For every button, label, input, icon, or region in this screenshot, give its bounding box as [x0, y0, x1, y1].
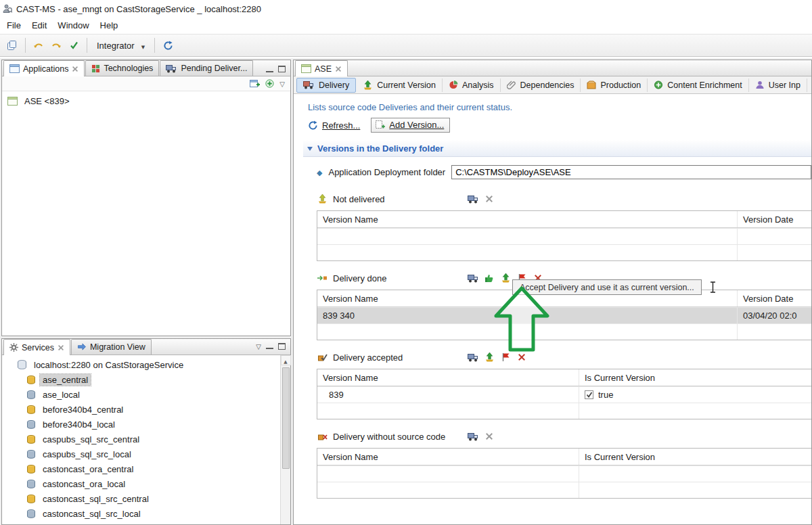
deliver-version-button[interactable]	[467, 352, 479, 363]
tab-ase-editor[interactable]: ASE	[295, 60, 348, 76]
undo-button[interactable]	[30, 37, 47, 54]
delete-version-button[interactable]	[483, 431, 495, 442]
library-icon	[7, 41, 18, 50]
delete-x-icon	[486, 196, 493, 202]
applications-panel: Applications Technologies Pending Delive…	[1, 60, 291, 336]
delete-version-button[interactable]	[516, 352, 528, 363]
menu-file[interactable]: File	[1, 18, 26, 32]
refresh-link[interactable]: Refresh...	[308, 120, 360, 131]
perspective-combo[interactable]: Integrator	[91, 39, 150, 53]
tree-item-label: caspubs_sql_src_central	[40, 434, 142, 445]
deliver-version-button[interactable]	[467, 431, 479, 442]
tree-item-label: localhost:2280 on CastStorageService	[31, 359, 186, 371]
service-item-castoncast-ora-local[interactable]: castoncast_ora_local	[2, 476, 280, 491]
tree-root-localhost[interactable]: localhost:2280 on CastStorageService	[2, 357, 280, 372]
delivery-actions: Refresh... Add Version...	[308, 118, 811, 133]
new-application-button[interactable]	[250, 79, 260, 88]
dependencies-icon	[507, 81, 516, 89]
add-version-button[interactable]: Add Version...	[371, 118, 450, 133]
subtab-dependencies[interactable]: Dependencies	[501, 78, 581, 92]
panel-window-buttons	[266, 66, 290, 76]
service-item-castoncast-sql-central[interactable]: castoncast_sql_src_central	[2, 491, 280, 506]
tree-item-label: castoncast_ora_local	[40, 478, 128, 490]
delivery-accepted-table: Version Name Is Current Version 839 true	[317, 369, 811, 419]
service-item-ase-local[interactable]: ase_local	[2, 387, 280, 402]
subtab-current-version[interactable]: Current Version	[357, 78, 443, 92]
view-menu-icon[interactable]	[256, 341, 261, 351]
redo-button[interactable]	[47, 37, 65, 54]
close-icon[interactable]	[72, 66, 78, 72]
deliver-version-button[interactable]	[467, 273, 479, 284]
library-button[interactable]	[3, 37, 21, 54]
database-local-icon	[26, 480, 36, 488]
scrollbar-thumb[interactable]	[282, 367, 290, 469]
scroll-up-button[interactable]	[281, 355, 291, 365]
group-title: Not delivered	[333, 194, 467, 204]
main-toolbar: Integrator	[0, 34, 812, 57]
subtab-content-enrichment[interactable]: Content Enrichment	[648, 78, 748, 92]
menu-window[interactable]: Window	[52, 18, 94, 32]
tab-services[interactable]: Services	[3, 339, 70, 355]
table-row-839-340[interactable]: 839 340 03/04/20 02:0	[317, 307, 811, 323]
delete-x-icon	[518, 354, 525, 361]
applications-tabbar: Applications Technologies Pending Delive…	[2, 60, 290, 76]
application-icon	[7, 97, 18, 106]
minimize-icon[interactable]	[266, 66, 273, 72]
tree-item-ase[interactable]: ASE <839>	[2, 93, 290, 108]
validate-delivery-button[interactable]	[483, 273, 495, 284]
column-header-is-current[interactable]: Is Current Version	[579, 449, 811, 465]
delivery-without-source-table: Version Name Is Current Version	[317, 448, 811, 499]
tab-technologies[interactable]: Technologies	[85, 60, 159, 76]
close-icon[interactable]	[336, 66, 341, 72]
applications-tree: ASE <839>	[2, 91, 290, 336]
column-header-version-date[interactable]: Version Date	[738, 290, 811, 306]
subtab-user-input[interactable]: User Inp	[749, 78, 807, 92]
confirm-button[interactable]	[65, 37, 83, 54]
menu-edit[interactable]: Edit	[26, 18, 52, 32]
column-header-is-current[interactable]: Is Current Version	[579, 369, 811, 386]
section-versions-header[interactable]: Versions in the Delivery folder	[303, 141, 811, 157]
accept-delivery-button[interactable]	[499, 273, 512, 284]
delete-version-button[interactable]	[483, 193, 495, 205]
column-header-version-name[interactable]: Version Name	[317, 449, 579, 465]
add-button[interactable]	[265, 79, 274, 88]
database-central-icon	[26, 495, 36, 503]
tab-applications[interactable]: Applications	[3, 60, 85, 76]
reject-delivery-button[interactable]	[499, 352, 512, 363]
refresh-button[interactable]	[159, 37, 177, 54]
subtab-production[interactable]: Production	[581, 78, 648, 92]
service-item-before340b4-local[interactable]: before340b4_local	[2, 417, 280, 432]
deployment-folder-input[interactable]	[451, 165, 811, 179]
table-row-839[interactable]: 839 true	[317, 386, 811, 403]
service-item-castoncast-ora-central[interactable]: castoncast_ora_central	[2, 461, 280, 476]
deliver-version-button[interactable]	[467, 193, 479, 205]
service-item-before340b4-central[interactable]: before340b4_central	[2, 402, 280, 417]
cell-is-current-value: true	[598, 390, 613, 400]
minimize-icon[interactable]	[266, 343, 273, 349]
group-toolbar	[467, 352, 528, 363]
subtab-delivery[interactable]: Delivery	[296, 78, 356, 93]
column-header-version-date[interactable]: Version Date	[738, 211, 811, 227]
column-header-version-name[interactable]: Version Name	[317, 369, 579, 386]
maximize-icon[interactable]	[278, 343, 286, 350]
tooltip-text: Accept Delivery and use it as current ve…	[520, 283, 694, 292]
table-header-row: Version Name Is Current Version	[317, 369, 811, 386]
vertical-scrollbar[interactable]	[280, 355, 290, 524]
checkbox-checked[interactable]	[585, 390, 593, 399]
maximize-icon[interactable]	[278, 66, 286, 72]
tab-pending-deliveries[interactable]: Pending Deliver...	[160, 60, 253, 76]
view-menu-icon[interactable]	[279, 78, 285, 89]
add-version-label: Add Version...	[389, 120, 444, 130]
set-current-version-button[interactable]	[483, 352, 495, 363]
subtab-analysis[interactable]: Analysis	[443, 78, 501, 92]
tab-label: Services	[22, 343, 54, 352]
tab-migration-view[interactable]: Migration View	[71, 339, 152, 355]
service-item-caspubs-local[interactable]: caspubs_sql_src_local	[2, 447, 280, 461]
tree-item-label: ASE <839>	[22, 95, 72, 107]
column-header-version-name[interactable]: Version Name	[317, 211, 738, 227]
close-icon[interactable]	[58, 345, 64, 350]
menu-help[interactable]: Help	[95, 18, 124, 32]
service-item-caspubs-central[interactable]: caspubs_sql_src_central	[2, 432, 280, 447]
service-item-ase-central[interactable]: ase_central	[2, 372, 280, 387]
service-item-castoncast-sql-local[interactable]: castoncast_sql_src_local	[2, 506, 280, 521]
